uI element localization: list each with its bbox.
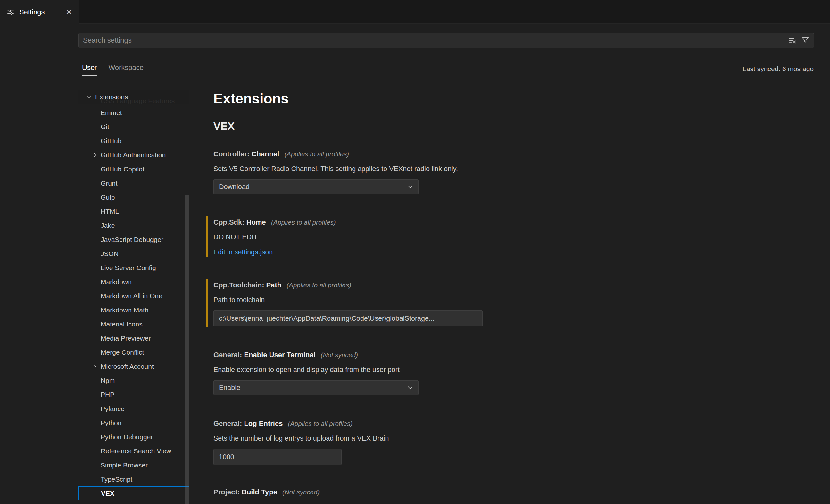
setting-name: Home <box>247 218 266 226</box>
setting-description: DO NOT EDIT <box>214 232 820 242</box>
tree-item-label: Gulp <box>101 193 115 201</box>
tree-item-label: JavaScript Debugger <box>101 236 163 244</box>
setting-log-entries: General: Log Entries (Applies to all pro… <box>214 419 820 465</box>
tab-title: Settings <box>19 8 61 17</box>
tree-item-reference-search-view[interactable]: Reference Search View <box>78 444 189 458</box>
tree-item-label: GitHub Copilot <box>101 165 145 173</box>
setting-description: Sets V5 Controller Radio Channel. This s… <box>214 164 820 174</box>
tree-item-label: Media Previewer <box>101 335 151 342</box>
tree-item-label: Git <box>101 123 109 131</box>
tree-item-label: Python Debugger <box>101 433 153 441</box>
tree-item-label: Markdown All in One <box>101 292 162 300</box>
setting-controller-channel: Controller: Channel (Applies to all prof… <box>214 149 820 194</box>
tree-item-github-authentication[interactable]: GitHub Authentication <box>78 148 189 162</box>
tab-bar <box>0 0 830 24</box>
tree-item-github-copilot[interactable]: GitHub Copilot <box>78 162 189 176</box>
tree-item-merge-conflict[interactable]: Merge Conflict <box>78 345 189 359</box>
setting-title: Project: Build Type (Not synced) <box>214 487 820 497</box>
close-icon[interactable]: ✕ <box>66 8 72 16</box>
tree-item-emmet[interactable]: Emmet <box>78 106 189 120</box>
tree-item-label: TypeScript <box>101 475 132 483</box>
tree-item-label: Markdown <box>101 278 132 286</box>
filter-icon[interactable] <box>801 36 810 45</box>
tree-item-vex[interactable]: VEX <box>78 486 189 501</box>
page-title: Extensions <box>214 91 289 107</box>
setting-scope: (Applies to all profiles) <box>285 150 349 158</box>
tree-item-label: Reference Search View <box>101 447 171 455</box>
setting-name: Path <box>266 281 282 289</box>
tree-item-javascript-debugger[interactable]: JavaScript Debugger <box>78 232 189 247</box>
tree-item-label: HTML <box>101 208 119 215</box>
tree-item-markdown-all-in-one[interactable]: Markdown All in One <box>78 289 189 303</box>
tree-item-markdown[interactable]: Markdown <box>78 275 189 289</box>
dropdown-value: Download <box>219 183 250 191</box>
tree-item-label: Markdown Math <box>101 306 148 314</box>
tree-item-npm[interactable]: Npm <box>78 374 189 388</box>
setting-project-build-type: Project: Build Type (Not synced) <box>214 487 820 502</box>
tree-item-git[interactable]: Git <box>78 120 189 134</box>
tree-item-label: Merge Conflict <box>101 349 144 356</box>
clear-search-filters-icon[interactable] <box>788 36 797 45</box>
tree-item-typescript[interactable]: TypeScript <box>78 472 189 486</box>
setting-category: General: <box>214 419 242 428</box>
setting-name: Channel <box>252 150 280 158</box>
tree-item-material-icons[interactable]: Material Icons <box>78 317 189 331</box>
log-entries-input[interactable] <box>214 449 342 465</box>
tree-item-simple-browser[interactable]: Simple Browser <box>78 458 189 472</box>
setting-scope: (Applies to all profiles) <box>271 219 336 226</box>
tree-item-python[interactable]: Python <box>78 416 189 430</box>
setting-category: General: <box>214 351 242 359</box>
tree-item-html[interactable]: HTML <box>78 204 189 219</box>
tree-group-label: Extensions <box>95 93 128 101</box>
settings-tab[interactable]: Settings ✕ <box>0 0 79 24</box>
tree-item-markdown-math[interactable]: Markdown Math <box>78 303 189 317</box>
tree-item-live-server-config[interactable]: Live Server Config <box>78 261 189 275</box>
tree-item-microsoft-account[interactable]: Microsoft Account <box>78 359 189 374</box>
setting-name: Log Entries <box>244 419 283 428</box>
tree-item-label: JSON <box>101 250 119 258</box>
chevron-down-icon <box>407 384 414 391</box>
modified-indicator <box>206 279 208 327</box>
tab-workspace[interactable]: Workspace <box>108 63 143 76</box>
setting-category: Controller: <box>214 150 249 158</box>
setting-title: Cpp.Sdk: Home (Applies to all profiles) <box>214 218 820 227</box>
tree-scrollbar[interactable] <box>185 195 189 504</box>
divider <box>214 139 820 139</box>
toolchain-path-input[interactable] <box>214 311 483 326</box>
setting-name: Enable User Terminal <box>244 351 315 359</box>
tree-item-python-debugger[interactable]: Python Debugger <box>78 430 189 444</box>
tree-item-grunt[interactable]: Grunt <box>78 176 189 190</box>
tree-item-pylance[interactable]: Pylance <box>78 402 189 416</box>
tree-item-media-previewer[interactable]: Media Previewer <box>78 331 189 345</box>
chevron-down-icon <box>86 94 92 100</box>
setting-title: Cpp.Toolchain: Path (Applies to all prof… <box>214 280 820 290</box>
tree-item-label: GitHub <box>101 137 122 145</box>
tree-item-label: Grunt <box>101 180 118 187</box>
search-settings-bar[interactable] <box>78 33 814 48</box>
tree-item-php[interactable]: PHP <box>78 388 189 402</box>
setting-title: General: Enable User Terminal (Not synce… <box>214 350 820 360</box>
setting-name: Build Type <box>242 488 277 496</box>
tab-user[interactable]: User <box>82 63 97 76</box>
setting-description: Path to toolchain <box>214 295 820 305</box>
tree-item-label: Material Icons <box>101 320 142 328</box>
setting-cpp-toolchain-path: Cpp.Toolchain: Path (Applies to all prof… <box>214 280 820 326</box>
dropdown-value: Enable <box>219 384 241 392</box>
setting-category: Cpp.Toolchain: <box>214 281 264 289</box>
edit-in-settings-json-link[interactable]: Edit in settings.json <box>214 248 273 256</box>
tree-item-label: Pylance <box>101 405 125 413</box>
setting-cpp-sdk-home: Cpp.Sdk: Home (Applies to all profiles) … <box>214 218 820 256</box>
setting-title: Controller: Channel (Applies to all prof… <box>214 149 820 159</box>
tree-item-github[interactable]: GitHub <box>78 134 189 148</box>
settings-sliders-icon <box>6 8 15 17</box>
tree-group-extensions[interactable]: Extensions <box>78 90 189 104</box>
controller-channel-dropdown[interactable]: Download <box>214 180 418 194</box>
tree-item-json[interactable]: JSON <box>78 247 189 261</box>
tree-item-jake[interactable]: Jake <box>78 219 189 232</box>
enable-user-terminal-dropdown[interactable]: Enable <box>214 380 418 395</box>
tree-item-gulp[interactable]: Gulp <box>78 190 189 204</box>
tree-item-label: PHP <box>101 391 115 399</box>
search-input[interactable] <box>83 36 788 44</box>
last-synced-label: Last synced: 6 mos ago <box>742 65 813 73</box>
tree-item-label: Microsoft Account <box>101 363 154 370</box>
